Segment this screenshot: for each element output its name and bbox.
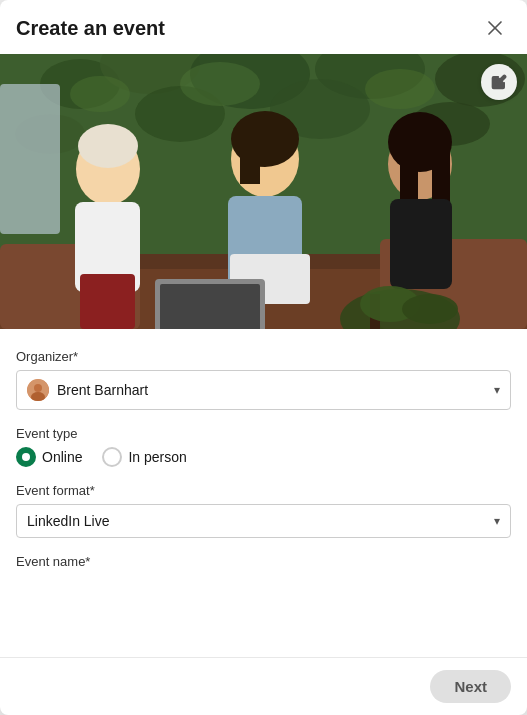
svg-rect-16 bbox=[0, 84, 60, 234]
svg-point-40 bbox=[402, 294, 458, 324]
svg-rect-34 bbox=[390, 199, 452, 289]
event-format-value: LinkedIn Live bbox=[27, 513, 110, 529]
svg-rect-36 bbox=[160, 284, 260, 329]
event-type-label: Event type bbox=[16, 426, 511, 441]
modal-footer: Next bbox=[0, 657, 527, 715]
next-button[interactable]: Next bbox=[430, 670, 511, 703]
event-format-field-group: Event format* LinkedIn Live ▾ bbox=[16, 483, 511, 538]
in-person-radio-option[interactable]: In person bbox=[102, 447, 186, 467]
organizer-select[interactable]: Brent Barnhart ▾ bbox=[16, 370, 511, 410]
modal-title: Create an event bbox=[16, 17, 165, 40]
svg-rect-24 bbox=[80, 274, 135, 329]
create-event-modal: Create an event bbox=[0, 0, 527, 715]
svg-point-14 bbox=[180, 62, 260, 106]
svg-point-22 bbox=[78, 124, 138, 168]
organizer-field-group: Organizer* Brent Barnhart ▾ bbox=[16, 349, 511, 410]
organizer-label: Organizer* bbox=[16, 349, 511, 364]
close-button[interactable] bbox=[479, 12, 511, 44]
hero-image-container bbox=[0, 54, 527, 329]
form-body: Organizer* Brent Barnhart ▾ Event type bbox=[0, 329, 527, 657]
chevron-down-icon: ▾ bbox=[494, 383, 500, 397]
online-radio-label: Online bbox=[42, 449, 82, 465]
in-person-radio-label: In person bbox=[128, 449, 186, 465]
modal-header: Create an event bbox=[0, 0, 527, 54]
event-format-select[interactable]: LinkedIn Live ▾ bbox=[16, 504, 511, 538]
online-radio-option[interactable]: Online bbox=[16, 447, 82, 467]
event-format-label: Event format* bbox=[16, 483, 511, 498]
event-type-field-group: Event type Online In person bbox=[16, 426, 511, 467]
hero-image bbox=[0, 54, 527, 329]
svg-rect-27 bbox=[240, 134, 260, 184]
avatar bbox=[27, 379, 49, 401]
edit-photo-button[interactable] bbox=[481, 64, 517, 100]
event-name-field-group: Event name* bbox=[16, 554, 511, 569]
pencil-icon bbox=[491, 74, 507, 90]
event-name-label: Event name* bbox=[16, 554, 511, 569]
online-radio-inner bbox=[22, 453, 30, 461]
chevron-down-icon-format: ▾ bbox=[494, 514, 500, 528]
svg-point-15 bbox=[365, 69, 435, 109]
avatar-image bbox=[27, 379, 49, 401]
event-type-radio-group: Online In person bbox=[16, 447, 511, 467]
svg-point-42 bbox=[34, 384, 42, 392]
organizer-name: Brent Barnhart bbox=[57, 382, 148, 398]
svg-point-13 bbox=[70, 76, 130, 112]
in-person-radio-button[interactable] bbox=[102, 447, 122, 467]
online-radio-button[interactable] bbox=[16, 447, 36, 467]
